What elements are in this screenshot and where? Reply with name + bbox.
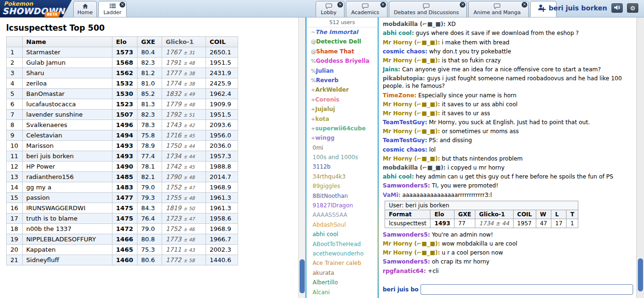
chat-username[interactable]: pikablutopia:	[383, 75, 425, 82]
tab-ladder[interactable]: Ladder ×	[98, 1, 127, 17]
ladder-glicko-cell: 1755 ± 48	[162, 193, 206, 203]
chat-message: TeamTestGuy: PS: and dissing	[383, 135, 633, 144]
userlist-item[interactable]: +Jujaluj	[307, 104, 378, 114]
scrollbar-thumb[interactable]	[638, 258, 643, 291]
userlist-item[interactable]: ABootToTheHead	[307, 239, 378, 249]
stats-elo: 1493	[430, 219, 454, 228]
chat-message-text: guys where does it save if we download f…	[414, 30, 579, 36]
ladder-elo-cell: 1523	[112, 99, 137, 110]
userlist-item[interactable]: Ace Trainer caleb	[307, 258, 378, 268]
ladder-gxe-cell: 82.1	[137, 172, 162, 182]
userlist-item[interactable]: +ArkWelder	[307, 85, 378, 94]
window-scrollbar[interactable]	[636, 17, 644, 298]
chat-username[interactable]: Mr Horny (⌐■_■):	[383, 39, 440, 46]
userlist-item[interactable]: Alcani	[307, 288, 378, 297]
ladder-row: 20Kappaten146575.31711 ± 432002.3	[7, 245, 238, 255]
userlist-item[interactable]: %Goddess Briyella	[307, 56, 378, 66]
chat-message-text: XD	[446, 21, 455, 27]
chat-username[interactable]: Jains:	[383, 66, 400, 73]
ladder-glicko-cell: 1742 ± 45	[162, 162, 206, 172]
chat-username[interactable]: rpgfanatic64:	[383, 268, 426, 274]
chat-username[interactable]: cosmic chaos:	[383, 48, 427, 55]
chat-username[interactable]: mobdakilla (⌐■_■):	[383, 21, 446, 27]
ladder-glicko-cell: 1752 ± 47	[162, 182, 206, 193]
chat-username[interactable]: Samwonders5:	[383, 231, 430, 238]
room-tabs: Lobby×Academics×Debates and Discussions×…	[316, 1, 557, 17]
userlist-item[interactable]: +wingg	[307, 133, 378, 143]
userlist-item[interactable]: +kota	[307, 114, 378, 124]
tab-home-label: Home	[77, 9, 93, 16]
ladder-gxe-cell: 75.8	[137, 130, 162, 141]
userlist-item[interactable]: acethewounderho	[307, 249, 378, 258]
chat-username[interactable]: TimeZone:	[383, 92, 416, 99]
current-username[interactable]: beri juis borken	[549, 4, 607, 12]
close-icon[interactable]: ×	[380, 2, 386, 8]
room-tab-anime-and-manga[interactable]: Anime and Manga×	[468, 1, 529, 17]
chat-username[interactable]: Mr Horny (⌐■_■):	[383, 110, 440, 117]
room-tab-debates-and-discussions[interactable]: Debates and Discussions×	[389, 1, 467, 17]
chat-username[interactable]: Mr Horny (⌐■_■):	[383, 240, 440, 247]
userlist-item[interactable]: 3112b	[307, 162, 378, 171]
username: 0mi	[313, 145, 324, 151]
userlist-item[interactable]: abhi cool	[307, 230, 378, 239]
ladder-coil-cell: 1966.7	[206, 234, 238, 245]
chat-username[interactable]: Mr Horny (⌐■_■):	[383, 249, 440, 256]
username: Jujaluj	[315, 106, 335, 112]
room-tab-academics[interactable]: Academics×	[346, 1, 387, 17]
chat-username[interactable]: mobdakilla (⌐■_■):	[383, 164, 446, 171]
ladder-gxe-cell: 77.4	[137, 151, 162, 162]
ladder-rank-cell: 10	[7, 141, 23, 151]
username: kota	[315, 116, 329, 122]
scrollbar-thumb[interactable]	[300, 259, 305, 293]
close-icon[interactable]: ×	[522, 2, 527, 8]
userlist-item[interactable]: 89giggles	[307, 181, 378, 191]
chat-username[interactable]: Mr Horny (⌐■_■):	[383, 128, 440, 135]
userlist-item[interactable]: 100s and 1000s	[307, 153, 378, 162]
userlist-item[interactable]: 91827lDragon	[307, 201, 378, 210]
userlist-item[interactable]: 8BitNoothan	[307, 191, 378, 201]
ladder-coil-cell: 1957.3	[206, 151, 238, 162]
chat-username[interactable]: Mr Horny (⌐■_■):	[383, 155, 440, 162]
close-icon[interactable]: ×	[337, 2, 343, 8]
ladder-coil-cell: 1951.5	[206, 110, 238, 120]
userlist-item[interactable]: ~The Immortal	[307, 27, 378, 37]
ladder-elo-cell: 1562	[112, 68, 137, 78]
chat-username[interactable]: Mr Horny (⌐■_■):	[383, 57, 440, 64]
userlist-item[interactable]: AAAASSSAA	[307, 210, 378, 220]
userlist-item[interactable]: 34rthqu4k3	[307, 172, 378, 181]
userlist-item[interactable]: %Reverb	[307, 76, 378, 85]
userlist-item[interactable]: 0mi	[307, 143, 378, 153]
chat-username[interactable]: abhi cool:	[383, 173, 414, 180]
chat-username[interactable]: Samwonders5:	[383, 258, 430, 265]
chat-username[interactable]: Mr Horny (⌐■_■):	[383, 101, 440, 108]
userlist-item[interactable]: Albertillo	[307, 278, 378, 287]
chat-username[interactable]: VaMi:	[383, 192, 401, 198]
settings-button[interactable]: ⚙	[627, 3, 638, 13]
chat-username[interactable]: Samwonders5:	[383, 182, 430, 189]
userlist-item[interactable]: akurata	[307, 268, 378, 278]
userlist-item[interactable]: @Detective Dell	[307, 37, 378, 46]
ladder-rank-cell: 12	[7, 162, 23, 172]
userlist-item[interactable]: %Julian	[307, 66, 378, 76]
userlist-item[interactable]: +Coronis	[307, 95, 378, 104]
userlist-item[interactable]: @Shame That	[307, 47, 378, 56]
chat-username[interactable]: cosmic chaos:	[383, 146, 427, 153]
chat-message-text: i copyed u mr horny	[446, 164, 505, 171]
ladder-elo-cell: 1490	[112, 162, 137, 172]
ladder-scrollbar[interactable]	[298, 17, 305, 298]
chat-message-text: Especially since your name is horn	[416, 92, 516, 99]
username: AAAASSSAA	[313, 212, 348, 218]
close-icon[interactable]: ×	[120, 2, 125, 8]
chat-username[interactable]: TeamTestGuy:	[383, 119, 427, 126]
tab-home[interactable]: Home	[73, 1, 97, 17]
room-tab-lobby[interactable]: Lobby×	[316, 1, 344, 17]
userlist-item[interactable]: AbdashSoul	[307, 220, 378, 230]
chat-input[interactable]	[421, 284, 633, 295]
chat-username[interactable]: TeamTestGuy:	[383, 137, 427, 144]
room-tab-label: Anime and Manga	[473, 9, 521, 16]
chat-username[interactable]: abhi cool:	[383, 30, 414, 36]
userlist-count[interactable]: 512 users	[307, 17, 378, 27]
userlist-item[interactable]: +superwii64cube	[307, 124, 378, 133]
close-icon[interactable]: ×	[460, 2, 465, 8]
sound-button[interactable]	[611, 3, 623, 13]
